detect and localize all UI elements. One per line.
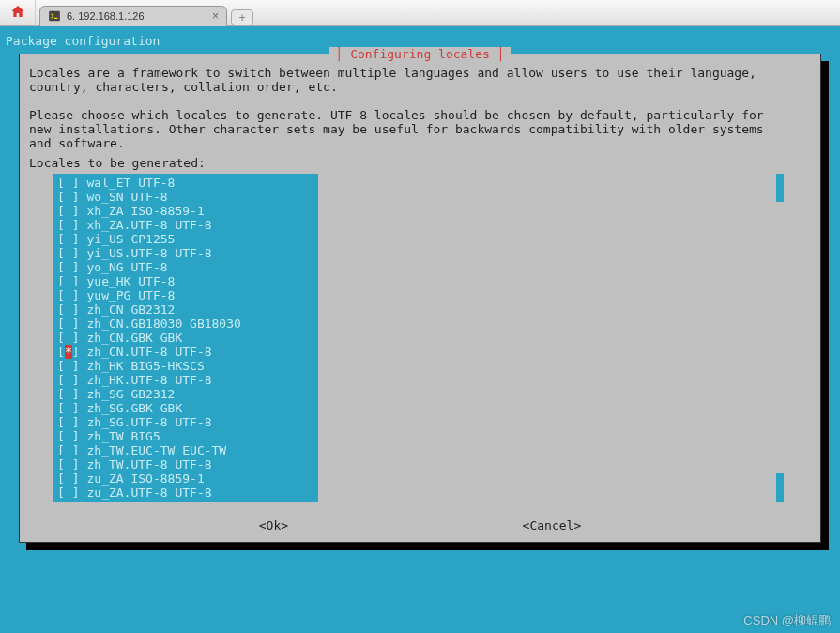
locale-item[interactable]: [ ] zh_TW BIG5 [53,429,318,443]
dialog-title: ┤ Configuring locales ├ [329,47,510,61]
locale-item[interactable]: [ ] yi_US.UTF-8 UTF-8 [53,246,318,260]
locale-item[interactable]: [ ] zh_SG.UTF-8 UTF-8 [53,415,318,429]
locale-item[interactable]: [ ] zh_CN GB2312 [53,302,318,316]
locale-item[interactable]: [ ] zh_TW.UTF-8 UTF-8 [53,457,318,471]
locale-list-container: [ ] wal_ET UTF-8[ ] wo_SN UTF-8[ ] xh_ZA… [53,174,811,502]
configuring-locales-dialog: ┤ Configuring locales ├ Locales are a fr… [19,54,821,543]
svg-rect-0 [49,11,60,22]
tab-strip: 6. 192.168.1.126 × + [39,0,253,26]
new-tab-button[interactable]: + [231,9,253,26]
cancel-button[interactable]: <Cancel> [523,518,582,533]
locale-item[interactable]: [ ] yue_HK UTF-8 [53,274,318,288]
locale-item[interactable]: [ ] yi_US CP1255 [53,232,318,246]
locale-item[interactable]: [ ] zh_CN.GB18030 GB18030 [53,316,318,331]
locale-item[interactable]: [ ] wo_SN UTF-8 [53,190,318,204]
dialog-title-row: ┤ Configuring locales ├ [29,47,811,62]
locale-item[interactable]: [ ] xh_ZA ISO-8859-1 [53,204,318,218]
dialog-wrap: ┤ Configuring locales ├ Locales are a fr… [19,54,821,543]
locale-item[interactable]: [ ] zh_TW.EUC-TW EUC-TW [53,443,318,457]
locale-item[interactable]: [ ] zu_ZA.UTF-8 UTF-8 [53,486,318,500]
close-icon[interactable]: × [212,9,219,23]
browser-chrome: 6. 192.168.1.126 × + [0,0,840,26]
dialog-title-text: Configuring locales [350,47,490,61]
locale-item[interactable]: [ ] zh_SG.GBK GBK [53,401,318,415]
locale-item[interactable]: [ ] yuw_PG UTF-8 [53,288,318,302]
locale-item[interactable]: [*] zh_CN.UTF-8 UTF-8 [53,345,318,359]
locale-item[interactable]: [ ] zh_HK.UTF-8 UTF-8 [53,373,318,387]
package-config-header: Package configuration [0,34,840,48]
scroll-thumb [776,174,784,202]
list-prompt: Locales to be generated: [29,156,811,170]
ok-button[interactable]: <Ok> [259,518,288,533]
dialog-buttons: <Ok> <Cancel> [29,518,811,533]
dialog-description: Locales are a framework to switch betwee… [29,66,811,150]
scroll-thumb [776,473,784,502]
browser-tab[interactable]: 6. 192.168.1.126 × [39,6,227,26]
locale-item[interactable]: [ ] xh_ZA.UTF-8 UTF-8 [53,218,318,232]
locale-item[interactable]: [ ] yo_NG UTF-8 [53,260,318,274]
locale-list[interactable]: [ ] wal_ET UTF-8[ ] wo_SN UTF-8[ ] xh_ZA… [53,174,318,502]
locale-item[interactable]: [ ] zh_HK BIG5-HKSCS [53,359,318,373]
scrollbar[interactable] [776,174,784,502]
locale-item[interactable]: [ ] wal_ET UTF-8 [53,176,318,190]
locale-item[interactable]: [ ] zu_ZA ISO-8859-1 [53,471,318,486]
locale-item[interactable]: [ ] zh_SG GB2312 [53,387,318,401]
terminal-area: Package configuration ┤ Configuring loca… [0,26,840,633]
home-button[interactable] [0,0,36,26]
locale-item[interactable]: [ ] zh_CN.GBK GBK [53,331,318,345]
tab-title: 6. 192.168.1.126 [67,10,145,22]
home-icon [10,4,25,23]
terminal-icon [48,9,61,23]
plus-icon: + [238,11,245,24]
watermark: CSDN @柳鲲鹏 [743,612,831,629]
